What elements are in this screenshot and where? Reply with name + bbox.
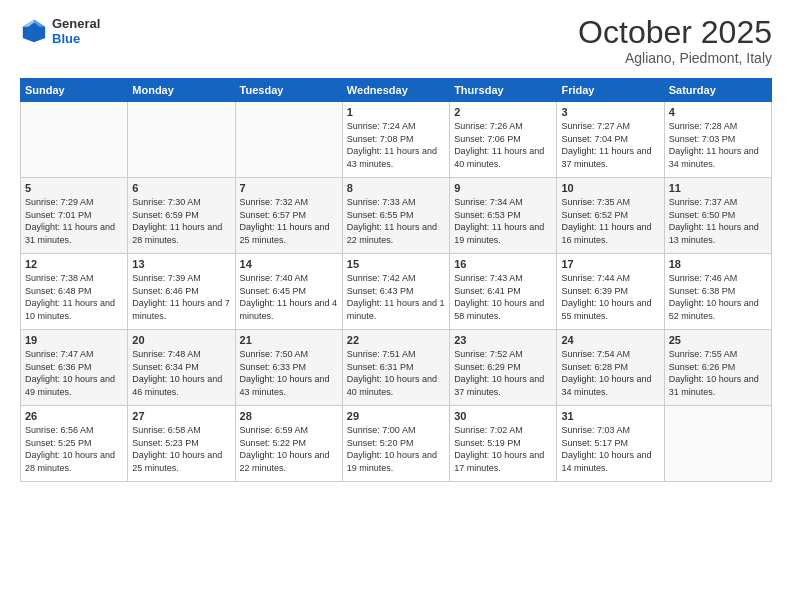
- sunrise-text: Sunrise: 7:48 AM: [132, 348, 230, 361]
- sunset-text: Sunset: 6:26 PM: [669, 361, 767, 374]
- table-row: 17Sunrise: 7:44 AMSunset: 6:39 PMDayligh…: [557, 254, 664, 330]
- header-thursday: Thursday: [450, 79, 557, 102]
- day-number: 18: [669, 258, 767, 270]
- daylight-text: Daylight: 11 hours and 22 minutes.: [347, 221, 445, 246]
- sunrise-text: Sunrise: 7:28 AM: [669, 120, 767, 133]
- header: General Blue October 2025 Agliano, Piedm…: [20, 16, 772, 66]
- sunrise-text: Sunrise: 7:33 AM: [347, 196, 445, 209]
- logo-icon: [20, 17, 48, 45]
- day-info: Sunrise: 7:27 AMSunset: 7:04 PMDaylight:…: [561, 120, 659, 170]
- table-row: 19Sunrise: 7:47 AMSunset: 6:36 PMDayligh…: [21, 330, 128, 406]
- sunset-text: Sunset: 6:50 PM: [669, 209, 767, 222]
- sunrise-text: Sunrise: 7:24 AM: [347, 120, 445, 133]
- day-info: Sunrise: 7:51 AMSunset: 6:31 PMDaylight:…: [347, 348, 445, 398]
- day-number: 9: [454, 182, 552, 194]
- sunrise-text: Sunrise: 7:27 AM: [561, 120, 659, 133]
- daylight-text: Daylight: 11 hours and 1 minute.: [347, 297, 445, 322]
- sunrise-text: Sunrise: 7:44 AM: [561, 272, 659, 285]
- table-row: 16Sunrise: 7:43 AMSunset: 6:41 PMDayligh…: [450, 254, 557, 330]
- sunset-text: Sunset: 5:25 PM: [25, 437, 123, 450]
- sunrise-text: Sunrise: 7:34 AM: [454, 196, 552, 209]
- day-info: Sunrise: 7:32 AMSunset: 6:57 PMDaylight:…: [240, 196, 338, 246]
- daylight-text: Daylight: 10 hours and 49 minutes.: [25, 373, 123, 398]
- sunset-text: Sunset: 6:33 PM: [240, 361, 338, 374]
- day-number: 25: [669, 334, 767, 346]
- daylight-text: Daylight: 10 hours and 31 minutes.: [669, 373, 767, 398]
- sunrise-text: Sunrise: 6:56 AM: [25, 424, 123, 437]
- table-row: [21, 102, 128, 178]
- day-info: Sunrise: 7:43 AMSunset: 6:41 PMDaylight:…: [454, 272, 552, 322]
- header-sunday: Sunday: [21, 79, 128, 102]
- daylight-text: Daylight: 10 hours and 55 minutes.: [561, 297, 659, 322]
- calendar-week-row: 5Sunrise: 7:29 AMSunset: 7:01 PMDaylight…: [21, 178, 772, 254]
- day-number: 14: [240, 258, 338, 270]
- logo-blue-text: Blue: [52, 31, 100, 46]
- calendar-week-row: 26Sunrise: 6:56 AMSunset: 5:25 PMDayligh…: [21, 406, 772, 482]
- sunset-text: Sunset: 5:22 PM: [240, 437, 338, 450]
- table-row: 1Sunrise: 7:24 AMSunset: 7:08 PMDaylight…: [342, 102, 449, 178]
- sunset-text: Sunset: 6:38 PM: [669, 285, 767, 298]
- day-number: 21: [240, 334, 338, 346]
- daylight-text: Daylight: 10 hours and 14 minutes.: [561, 449, 659, 474]
- sunset-text: Sunset: 5:20 PM: [347, 437, 445, 450]
- day-info: Sunrise: 7:54 AMSunset: 6:28 PMDaylight:…: [561, 348, 659, 398]
- day-number: 12: [25, 258, 123, 270]
- sunset-text: Sunset: 6:34 PM: [132, 361, 230, 374]
- sunset-text: Sunset: 7:04 PM: [561, 133, 659, 146]
- daylight-text: Daylight: 11 hours and 40 minutes.: [454, 145, 552, 170]
- day-number: 29: [347, 410, 445, 422]
- sunset-text: Sunset: 6:29 PM: [454, 361, 552, 374]
- day-info: Sunrise: 7:00 AMSunset: 5:20 PMDaylight:…: [347, 424, 445, 474]
- sunrise-text: Sunrise: 7:52 AM: [454, 348, 552, 361]
- sunset-text: Sunset: 6:45 PM: [240, 285, 338, 298]
- table-row: 4Sunrise: 7:28 AMSunset: 7:03 PMDaylight…: [664, 102, 771, 178]
- header-monday: Monday: [128, 79, 235, 102]
- calendar-week-row: 12Sunrise: 7:38 AMSunset: 6:48 PMDayligh…: [21, 254, 772, 330]
- daylight-text: Daylight: 10 hours and 46 minutes.: [132, 373, 230, 398]
- table-row: 24Sunrise: 7:54 AMSunset: 6:28 PMDayligh…: [557, 330, 664, 406]
- day-info: Sunrise: 7:28 AMSunset: 7:03 PMDaylight:…: [669, 120, 767, 170]
- daylight-text: Daylight: 10 hours and 43 minutes.: [240, 373, 338, 398]
- sunset-text: Sunset: 7:08 PM: [347, 133, 445, 146]
- daylight-text: Daylight: 11 hours and 34 minutes.: [669, 145, 767, 170]
- day-info: Sunrise: 7:39 AMSunset: 6:46 PMDaylight:…: [132, 272, 230, 322]
- day-info: Sunrise: 7:26 AMSunset: 7:06 PMDaylight:…: [454, 120, 552, 170]
- day-number: 22: [347, 334, 445, 346]
- table-row: 15Sunrise: 7:42 AMSunset: 6:43 PMDayligh…: [342, 254, 449, 330]
- daylight-text: Daylight: 10 hours and 34 minutes.: [561, 373, 659, 398]
- logo-general-text: General: [52, 16, 100, 31]
- table-row: 9Sunrise: 7:34 AMSunset: 6:53 PMDaylight…: [450, 178, 557, 254]
- sunset-text: Sunset: 6:46 PM: [132, 285, 230, 298]
- table-row: 29Sunrise: 7:00 AMSunset: 5:20 PMDayligh…: [342, 406, 449, 482]
- sunrise-text: Sunrise: 7:26 AM: [454, 120, 552, 133]
- day-number: 26: [25, 410, 123, 422]
- sunset-text: Sunset: 6:53 PM: [454, 209, 552, 222]
- daylight-text: Daylight: 11 hours and 43 minutes.: [347, 145, 445, 170]
- day-number: 20: [132, 334, 230, 346]
- sunset-text: Sunset: 6:41 PM: [454, 285, 552, 298]
- day-info: Sunrise: 7:35 AMSunset: 6:52 PMDaylight:…: [561, 196, 659, 246]
- table-row: 8Sunrise: 7:33 AMSunset: 6:55 PMDaylight…: [342, 178, 449, 254]
- daylight-text: Daylight: 11 hours and 13 minutes.: [669, 221, 767, 246]
- table-row: 7Sunrise: 7:32 AMSunset: 6:57 PMDaylight…: [235, 178, 342, 254]
- table-row: 6Sunrise: 7:30 AMSunset: 6:59 PMDaylight…: [128, 178, 235, 254]
- daylight-text: Daylight: 11 hours and 4 minutes.: [240, 297, 338, 322]
- daylight-text: Daylight: 11 hours and 31 minutes.: [25, 221, 123, 246]
- calendar-week-row: 19Sunrise: 7:47 AMSunset: 6:36 PMDayligh…: [21, 330, 772, 406]
- day-info: Sunrise: 6:58 AMSunset: 5:23 PMDaylight:…: [132, 424, 230, 474]
- day-number: 3: [561, 106, 659, 118]
- sunset-text: Sunset: 6:43 PM: [347, 285, 445, 298]
- day-number: 2: [454, 106, 552, 118]
- day-info: Sunrise: 7:42 AMSunset: 6:43 PMDaylight:…: [347, 272, 445, 322]
- day-number: 27: [132, 410, 230, 422]
- table-row: 11Sunrise: 7:37 AMSunset: 6:50 PMDayligh…: [664, 178, 771, 254]
- sunrise-text: Sunrise: 7:29 AM: [25, 196, 123, 209]
- sunrise-text: Sunrise: 7:30 AM: [132, 196, 230, 209]
- svg-marker-0: [23, 20, 45, 42]
- daylight-text: Daylight: 10 hours and 22 minutes.: [240, 449, 338, 474]
- day-number: 16: [454, 258, 552, 270]
- day-number: 10: [561, 182, 659, 194]
- table-row: 31Sunrise: 7:03 AMSunset: 5:17 PMDayligh…: [557, 406, 664, 482]
- day-number: 13: [132, 258, 230, 270]
- table-row: [128, 102, 235, 178]
